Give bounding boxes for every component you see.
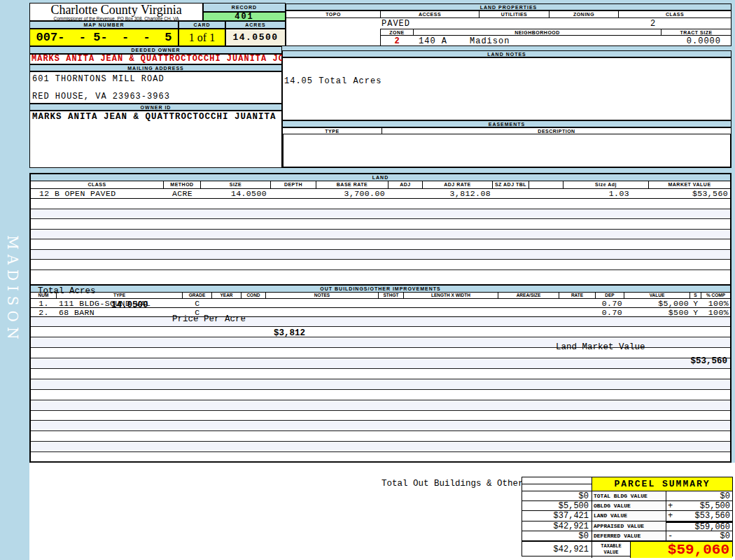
empty-row [31, 230, 730, 240]
ob-col-length-width: LENGTH X WIDTH [404, 293, 498, 298]
empty-row [31, 411, 730, 421]
deeded-owner-label: DEEDED OWNER [29, 46, 282, 54]
county-title: Charlotte County Virginia [30, 4, 202, 16]
obldg-prior: $5,500 [522, 501, 592, 511]
zone-label: ZONE [381, 29, 414, 35]
price-per-acre-value: $3,812 [274, 326, 305, 340]
parcel-record-page: MADISON Charlotte County Virginia Commis… [0, 0, 735, 560]
obldg-value-row: $5,500 OBLDG VALUE + $5,500 [522, 501, 732, 511]
land-totals-row: Total Acres 14.0500 Price Per Acre $3,81… [31, 270, 730, 285]
appraised-value: $59,060 [678, 523, 732, 531]
land-notes-text: 14.05 Total Acres [284, 76, 382, 86]
out-buildings-title: OUT BUILDINGS/OTHER IMPROVEMENTS [31, 285, 730, 293]
district-watermark: MADISON [4, 235, 21, 344]
land-col-market-value: MARKET VALUE [649, 181, 730, 188]
land-depth [271, 189, 316, 198]
ob-col-dep: DEP [596, 293, 624, 298]
empty-row [31, 209, 730, 220]
land-table: LAND CLASS METHOD SIZE DEPTH BASE RATE A… [29, 173, 732, 463]
ob2-s: Y [690, 308, 701, 316]
empty-row [31, 421, 730, 431]
land-value-cell: + $53,560 [666, 511, 732, 521]
ob2-spacer [212, 308, 596, 316]
appraised-op [666, 523, 678, 531]
land-blank [529, 189, 564, 198]
deeded-owner-value: MARKS ANITA JEAN & QUATTROCTOCCHI JUANIT… [29, 54, 282, 64]
ob2-dep: 0.70 [596, 308, 624, 316]
total-bldg-prior: $0 [522, 491, 592, 501]
land-value-op: + [666, 511, 678, 520]
empty-row [31, 442, 730, 452]
deferred-op: - [666, 531, 678, 540]
empty-row [31, 219, 730, 230]
land-properties-value-row: PAVED 2 [380, 18, 732, 29]
class-value: 2 [632, 19, 674, 29]
owner-id-box: MARKS ANITA JEAN & QUATTROCTOCCHI JUANIT… [29, 111, 282, 168]
land-sz-adj-tbl [493, 189, 529, 198]
total-acres-label: Total Acres [38, 284, 96, 298]
zoning-column-label: ZONING [550, 11, 619, 18]
owner-id-value: MARKS ANITA JEAN & QUATTROCTOCCHI JUANIT… [30, 111, 281, 122]
acres-value: 14.0500 [225, 29, 286, 46]
ob-col-grade: GRADE [183, 293, 212, 298]
empty-row [31, 452, 730, 463]
ob1-comp: 100% [701, 299, 730, 307]
empty-row [31, 317, 730, 328]
record-label: RECORD [203, 3, 286, 12]
land-adj [388, 189, 423, 198]
empty-row [31, 369, 730, 379]
class-column-label: CLASS [619, 11, 731, 18]
land-class: 12 B OPEN PAVED [31, 189, 164, 198]
ob-col-comp: % COMP [701, 293, 730, 298]
neighborhood-name: Madison [470, 36, 510, 46]
land-base-rate: 3,700.00 [316, 189, 388, 198]
obldg-label: OBLDG VALUE [592, 501, 666, 511]
appraised-prior: $42,921 [522, 522, 592, 531]
access-value: PAVED [382, 19, 410, 29]
land-properties-header-row: TOPO ACCESS UTILITIES ZONING CLASS [286, 10, 732, 18]
land-col-blank [529, 181, 564, 188]
total-bldg-value: $0 [678, 491, 732, 500]
empty-row [31, 250, 730, 260]
land-data-row: 12 B OPEN PAVED ACRE 14.0500 3,700.00 3,… [31, 189, 730, 199]
land-empty-rows [31, 199, 730, 270]
land-header-row: CLASS METHOD SIZE DEPTH BASE RATE ADJ AD… [31, 181, 730, 189]
topo-column-label: TOPO [286, 11, 381, 18]
ob1-grade: C [183, 299, 212, 307]
obldg-op: + [666, 501, 678, 510]
deferred-value-row: $0 DEFERRED VALUE - $0 [522, 531, 732, 541]
land-value-value: $53,560 [678, 511, 732, 520]
land-size: 14.0500 [201, 189, 271, 198]
easement-type-label: TYPE [283, 128, 382, 134]
price-per-acre-label: Price Per Acre [172, 312, 246, 326]
deferred-label: DEFERRED VALUE [592, 531, 666, 541]
deferred-value-cell: - $0 [666, 531, 732, 541]
address-line1: 601 THORNTONS MILL ROAD [32, 74, 164, 84]
taxable-label: TAXABLE VALUE [592, 542, 631, 558]
appraised-label: APPRAISED VALUE [592, 522, 666, 531]
land-notes-title: LAND NOTES [282, 50, 732, 57]
owner-id-label: OWNER ID [29, 104, 282, 111]
access-column-label: ACCESS [381, 11, 479, 18]
deferred-prior: $0 [522, 531, 592, 541]
ob1-dep: 0.70 [596, 299, 624, 307]
empty-row [31, 400, 730, 411]
topo-value-area [286, 18, 380, 46]
land-properties-title: LAND PROPERTIES [286, 4, 732, 10]
zone-value: 2 [381, 36, 414, 46]
total-bldg-label: TOTAL BLDG VALUE [592, 491, 666, 501]
obldg-value-cell: + $5,500 [666, 501, 732, 511]
acres-label: ACRES [225, 21, 286, 29]
card-value: 1 of 1 [178, 29, 225, 46]
empty-row [31, 239, 730, 250]
land-market-value: $53,560 [649, 189, 730, 198]
ob-col-year: YEAR [212, 293, 241, 298]
parcel-summary: PARCEL SUMMARY $0 TOTAL BLDG VALUE $0 $5… [522, 477, 733, 556]
land-col-base-rate: BASE RATE [316, 181, 388, 188]
ob2-comp: 100% [701, 308, 730, 316]
empty-row [31, 327, 730, 337]
appraised-value-row: $42,921 APPRAISED VALUE $59,060 [522, 522, 732, 531]
county-subtitle: Commissioner of the Revenue, PO Box 308,… [30, 16, 202, 21]
county-header: Charlotte County Virginia Commissioner o… [29, 3, 203, 21]
empty-row [31, 390, 730, 400]
